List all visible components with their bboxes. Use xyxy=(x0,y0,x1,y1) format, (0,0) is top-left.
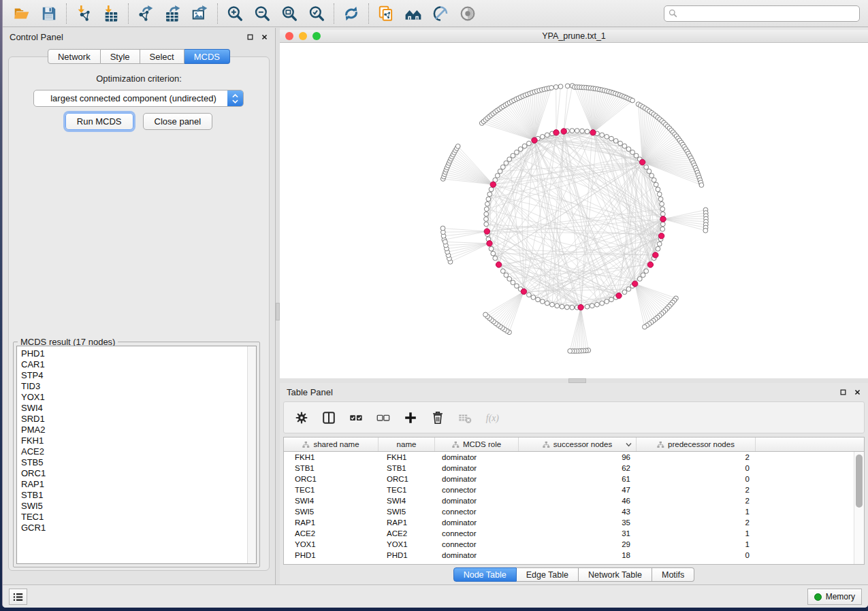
mcds-hub-node[interactable] xyxy=(660,216,666,222)
open-file-button[interactable] xyxy=(8,2,35,25)
mcds-hub-node[interactable] xyxy=(590,130,596,135)
network-node[interactable] xyxy=(504,161,509,165)
float-panel-icon[interactable] xyxy=(839,389,847,396)
network-node[interactable] xyxy=(515,284,519,288)
mcds-result-list[interactable]: PHD1CAR1STP4TID3YOX1SWI4SRD1PMA2FKH1ACE2… xyxy=(16,346,257,564)
run-mcds-button[interactable]: Run MCDS xyxy=(65,113,133,130)
mcds-hub-node[interactable] xyxy=(487,241,492,246)
scrollbar-thumb[interactable] xyxy=(856,455,863,508)
network-node[interactable] xyxy=(660,227,665,231)
new-network-from-selection-button[interactable] xyxy=(372,2,400,25)
mcds-result-item[interactable]: STP4 xyxy=(21,370,256,381)
mcds-hub-node[interactable] xyxy=(553,130,559,135)
mcds-result-item[interactable]: SWI4 xyxy=(21,403,256,414)
network-node[interactable] xyxy=(489,187,494,192)
tab-node-table[interactable]: Node Table xyxy=(453,567,517,582)
mcds-result-item[interactable]: SRD1 xyxy=(21,414,256,425)
network-node[interactable] xyxy=(595,302,600,307)
mcds-result-item[interactable]: TEC1 xyxy=(21,512,256,523)
network-node[interactable] xyxy=(641,273,645,278)
network-node[interactable] xyxy=(485,201,490,206)
network-node[interactable] xyxy=(657,192,662,197)
network-node[interactable] xyxy=(656,246,660,251)
network-node[interactable] xyxy=(500,269,505,274)
mcds-result-item[interactable]: ACE2 xyxy=(21,446,256,457)
table-row[interactable]: TEC1TEC1connector472 xyxy=(284,484,864,495)
network-node[interactable] xyxy=(644,165,649,169)
network-node[interactable] xyxy=(605,135,609,139)
column-header-name[interactable]: name xyxy=(379,437,435,451)
network-node[interactable] xyxy=(654,182,658,187)
network-node[interactable] xyxy=(699,183,704,188)
column-header-successor-nodes[interactable]: successor nodes xyxy=(519,437,637,451)
select-all-button[interactable] xyxy=(348,410,364,426)
mcds-result-item[interactable]: RAP1 xyxy=(21,479,256,490)
deselect-all-button[interactable] xyxy=(375,410,391,426)
mcds-hub-node[interactable] xyxy=(496,262,501,267)
network-node[interactable] xyxy=(609,297,614,302)
network-node[interactable] xyxy=(515,150,519,154)
network-node[interactable] xyxy=(652,178,656,182)
search-box[interactable] xyxy=(664,5,860,22)
network-node[interactable] xyxy=(618,141,623,146)
mcds-hub-node[interactable] xyxy=(632,281,638,286)
table-row[interactable]: ORC1ORC1dominator610 xyxy=(284,474,864,484)
mcds-result-item[interactable]: FKH1 xyxy=(21,435,256,446)
zoom-fit-button[interactable] xyxy=(276,2,303,25)
mcds-hub-node[interactable] xyxy=(647,262,653,267)
network-node[interactable] xyxy=(580,129,585,133)
network-node[interactable] xyxy=(484,207,489,212)
network-node[interactable] xyxy=(511,280,515,285)
zoom-selected-button[interactable] xyxy=(303,2,330,25)
network-node[interactable] xyxy=(703,228,708,233)
import-table-button[interactable] xyxy=(97,2,125,25)
table-row[interactable]: PHD1PHD1dominator180 xyxy=(284,550,864,561)
network-node[interactable] xyxy=(565,84,570,88)
network-node[interactable] xyxy=(550,302,555,307)
network-node[interactable] xyxy=(549,86,554,90)
import-network-button[interactable] xyxy=(70,2,97,25)
mcds-result-item[interactable]: STB1 xyxy=(21,490,256,501)
mcds-result-item[interactable]: GCR1 xyxy=(21,523,256,533)
network-node[interactable] xyxy=(630,150,635,154)
network-node[interactable] xyxy=(600,301,605,306)
table-scrollbar[interactable] xyxy=(854,452,864,564)
network-node[interactable] xyxy=(504,273,509,278)
network-node[interactable] xyxy=(649,174,654,178)
add-column-button[interactable] xyxy=(402,410,419,426)
tab-network-table[interactable]: Network Table xyxy=(579,567,652,582)
network-node[interactable] xyxy=(647,169,652,174)
network-node[interactable] xyxy=(660,207,665,212)
network-node[interactable] xyxy=(531,295,536,300)
network-node[interactable] xyxy=(553,85,558,90)
network-node[interactable] xyxy=(443,240,448,244)
export-network-button[interactable] xyxy=(132,2,159,25)
settings-gear-button[interactable] xyxy=(293,410,310,426)
mcds-hub-node[interactable] xyxy=(490,182,496,187)
network-node[interactable] xyxy=(585,304,590,309)
network-node[interactable] xyxy=(495,174,500,178)
mcds-result-item[interactable]: TID3 xyxy=(21,381,256,392)
network-node[interactable] xyxy=(545,301,549,306)
mcds-hub-node[interactable] xyxy=(521,288,526,294)
mcds-hub-node[interactable] xyxy=(484,229,489,234)
network-node[interactable] xyxy=(600,133,605,137)
table-row[interactable]: YOX1YOX1connector291 xyxy=(284,539,864,550)
float-panel-icon[interactable] xyxy=(246,33,254,41)
mcds-result-item[interactable]: STB5 xyxy=(21,457,256,468)
network-node[interactable] xyxy=(498,169,502,174)
tab-network[interactable]: Network xyxy=(48,49,101,64)
network-node[interactable] xyxy=(660,212,665,216)
mcds-result-item[interactable]: PMA2 xyxy=(21,425,256,435)
network-node[interactable] xyxy=(507,157,512,162)
column-header-MCDS-role[interactable]: MCDS role xyxy=(435,437,519,451)
column-header-predecessor-nodes[interactable]: predecessor nodes xyxy=(637,437,756,451)
zoom-in-button[interactable] xyxy=(221,2,248,25)
network-node[interactable] xyxy=(657,242,662,246)
mcds-result-item[interactable]: SWI5 xyxy=(21,501,256,512)
network-node[interactable] xyxy=(484,217,489,222)
memory-button[interactable]: Memory xyxy=(807,589,862,605)
network-node[interactable] xyxy=(518,147,523,152)
split-panel-button[interactable] xyxy=(321,410,337,426)
network-node[interactable] xyxy=(500,165,505,169)
